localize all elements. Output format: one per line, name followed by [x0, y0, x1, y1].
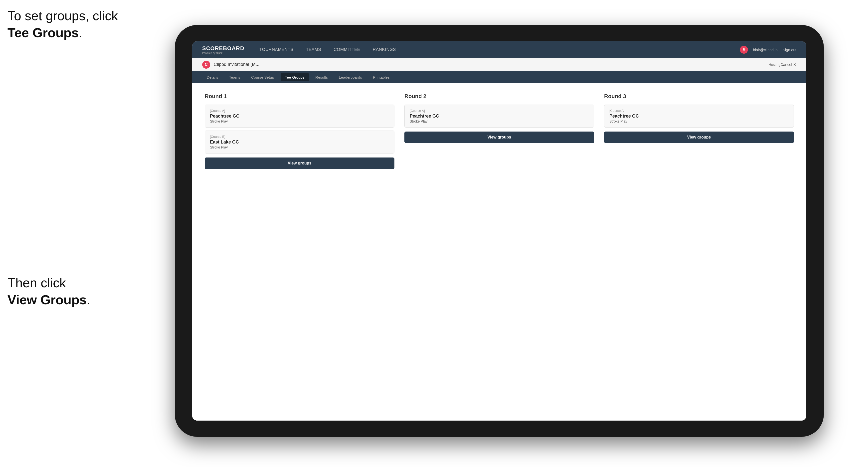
logo-sub: Powered by clippit [202, 52, 244, 54]
tab-tee-groups[interactable]: Tee Groups [281, 73, 309, 81]
cancel-button[interactable]: Cancel ✕ [780, 62, 796, 67]
user-email: blair@clippd.io [753, 48, 778, 52]
round-1-course-b-name: East Lake GC [210, 139, 389, 145]
tab-course-setup[interactable]: Course Setup [247, 73, 279, 81]
tournament-logo: C [202, 61, 210, 69]
rounds-grid: Round 1 [Course A] Peachtree GC Stroke P… [205, 93, 794, 169]
tab-printables[interactable]: Printables [369, 73, 394, 81]
tab-leaderboards[interactable]: Leaderboards [334, 73, 367, 81]
tab-teams[interactable]: Teams [225, 73, 245, 81]
avatar: B [740, 46, 748, 54]
tab-details[interactable]: Details [202, 73, 223, 81]
round-3-course-a-card: [Course A] Peachtree GC Stroke Play [604, 104, 794, 128]
round-2-title: Round 2 [404, 93, 594, 100]
round-1-course-b-label: [Course B] [210, 135, 389, 138]
tournament-status: Hosting [769, 63, 780, 67]
round-1-course-a-format: Stroke Play [210, 119, 389, 123]
main-content: Round 1 [Course A] Peachtree GC Stroke P… [192, 83, 806, 421]
round-1-course-b-format: Stroke Play [210, 145, 389, 149]
nav-tournaments[interactable]: TOURNAMENTS [259, 47, 293, 52]
logo-area: SCOREBOARD Powered by clippit [202, 45, 244, 54]
tab-results[interactable]: Results [311, 73, 332, 81]
round-2-course-a-format: Stroke Play [410, 119, 589, 123]
tablet-frame: SCOREBOARD Powered by clippit TOURNAMENT… [175, 25, 824, 437]
tab-bar: Details Teams Course Setup Tee Groups Re… [192, 71, 806, 83]
logo-text: SCOREBOARD [202, 45, 244, 52]
round-1-course-a-label: [Course A] [210, 109, 389, 113]
tournament-bar: C Clippd Invitational (M... Hosting Canc… [192, 58, 806, 71]
instruction-top: To set groups, click Tee Groups. [7, 7, 118, 41]
round-3-course-a-label: [Course A] [609, 109, 788, 113]
nav-right: B blair@clippd.io Sign out [740, 46, 796, 54]
round-2-course-a-card: [Course A] Peachtree GC Stroke Play [404, 104, 594, 128]
round-2-column: Round 2 [Course A] Peachtree GC Stroke P… [404, 93, 594, 143]
round-1-column: Round 1 [Course A] Peachtree GC Stroke P… [205, 93, 395, 169]
nav-links: TOURNAMENTS TEAMS COMMITTEE RANKINGS [259, 47, 740, 52]
round-3-column: Round 3 [Course A] Peachtree GC Stroke P… [604, 93, 794, 143]
round-3-view-groups-button[interactable]: View groups [604, 131, 794, 143]
round-3-title: Round 3 [604, 93, 794, 100]
nav-rankings[interactable]: RANKINGS [373, 47, 396, 52]
round-3-course-a-name: Peachtree GC [609, 114, 788, 119]
round-2-view-groups-button[interactable]: View groups [404, 131, 594, 143]
tournament-name: Clippd Invitational (M... [214, 62, 766, 67]
instruction-bottom: Then click View Groups. [7, 275, 90, 308]
top-nav: SCOREBOARD Powered by clippit TOURNAMENT… [192, 41, 806, 58]
nav-committee[interactable]: COMMITTEE [334, 47, 360, 52]
round-1-course-b-card: [Course B] East Lake GC Stroke Play [205, 130, 395, 154]
round-2-course-a-name: Peachtree GC [410, 114, 589, 119]
round-1-course-a-name: Peachtree GC [210, 114, 389, 119]
round-1-course-a-card: [Course A] Peachtree GC Stroke Play [205, 104, 395, 128]
nav-teams[interactable]: TEAMS [306, 47, 321, 52]
round-1-title: Round 1 [205, 93, 395, 100]
tablet-screen: SCOREBOARD Powered by clippit TOURNAMENT… [192, 41, 806, 421]
round-3-course-a-format: Stroke Play [609, 119, 788, 123]
sign-out-link[interactable]: Sign out [783, 48, 796, 52]
round-1-view-groups-button[interactable]: View groups [205, 157, 395, 169]
round-2-course-a-label: [Course A] [410, 109, 589, 113]
